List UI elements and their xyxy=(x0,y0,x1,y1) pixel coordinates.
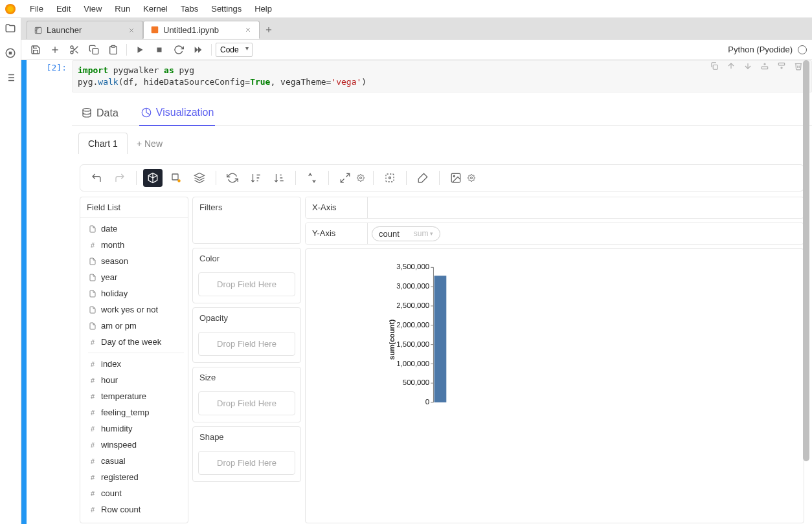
svg-point-19 xyxy=(71,51,73,54)
field-date[interactable]: date xyxy=(84,221,188,237)
menu-run[interactable]: Run xyxy=(108,1,137,16)
tab-label: Data xyxy=(96,107,118,119)
transpose-icon[interactable] xyxy=(302,169,322,187)
field-season[interactable]: season xyxy=(84,253,188,269)
sort-desc-icon[interactable] xyxy=(269,169,289,187)
menu-tabs[interactable]: Tabs xyxy=(174,1,205,16)
move-down-icon[interactable] xyxy=(743,61,753,71)
save-icon[interactable] xyxy=(27,42,45,58)
menu-settings[interactable]: Settings xyxy=(205,1,248,16)
menu-edit[interactable]: Edit xyxy=(50,1,77,16)
pill-aggregation[interactable]: sum xyxy=(414,229,434,238)
notebook-body[interactable]: [2]: import pygwalker as pyg xyxy=(21,60,812,524)
cell-output: Data Visualization Chart xyxy=(72,98,812,524)
field-registered[interactable]: #registered xyxy=(84,469,188,485)
field-work[interactable]: work yes or not xyxy=(84,301,188,318)
shape-drop[interactable]: Drop Field Here xyxy=(198,451,295,475)
y-axis-pill[interactable]: count sum xyxy=(372,226,440,241)
field-humidity[interactable]: #humidity xyxy=(84,420,188,437)
coord-icon[interactable] xyxy=(380,169,400,187)
running-icon[interactable] xyxy=(4,47,17,60)
scrollbar[interactable] xyxy=(802,60,811,524)
tab-label: Untitled1.ipynb xyxy=(163,25,219,35)
file-icon xyxy=(88,305,97,314)
aggregate-icon[interactable] xyxy=(143,169,163,187)
filters-drop[interactable] xyxy=(198,217,295,237)
gear-icon[interactable] xyxy=(466,169,477,187)
export-icon[interactable] xyxy=(446,169,466,187)
activity-bar xyxy=(0,18,21,524)
chart-tab-add[interactable]: + New xyxy=(137,138,163,149)
chart-tab-1[interactable]: Chart 1 xyxy=(78,133,128,154)
color-drop[interactable]: Drop Field Here xyxy=(198,272,295,296)
field-holiday[interactable]: holiday xyxy=(84,285,188,301)
code-editor[interactable]: import pygwalker as pyg pyg.walk(df, hid… xyxy=(72,60,812,93)
tab-add-button[interactable] xyxy=(260,21,278,39)
field-year[interactable]: year xyxy=(84,269,188,285)
svg-marker-28 xyxy=(198,47,201,52)
svg-point-50 xyxy=(471,177,473,179)
close-icon[interactable] xyxy=(243,25,253,34)
hash-icon: # xyxy=(88,424,97,433)
folder-icon[interactable] xyxy=(4,22,17,35)
menu-view[interactable]: View xyxy=(77,1,108,16)
tab-visualization[interactable]: Visualization xyxy=(139,103,216,126)
menu-kernel[interactable]: Kernel xyxy=(137,1,174,16)
field-winspeed[interactable]: #winspeed xyxy=(84,437,188,453)
gear-icon[interactable] xyxy=(355,169,367,187)
cell-collapser[interactable] xyxy=(21,60,27,524)
restart-icon[interactable] xyxy=(170,42,188,58)
duplicate-icon[interactable] xyxy=(709,61,719,71)
fast-forward-icon[interactable] xyxy=(189,42,207,58)
tab-launcher[interactable]: Launcher xyxy=(27,21,143,39)
refresh-icon[interactable] xyxy=(223,169,242,187)
field-casual[interactable]: #casual xyxy=(84,453,188,469)
move-up-icon[interactable] xyxy=(726,61,736,71)
menu-help[interactable]: Help xyxy=(248,1,278,16)
cut-icon[interactable] xyxy=(65,42,84,58)
stack-icon[interactable] xyxy=(190,169,209,187)
field-month[interactable]: #month xyxy=(84,237,188,253)
color-header: Color xyxy=(193,248,300,268)
opacity-drop[interactable]: Drop Field Here xyxy=(198,332,295,356)
copy-icon[interactable] xyxy=(85,42,103,58)
file-icon xyxy=(88,257,97,266)
config-icon[interactable] xyxy=(413,169,433,187)
field-feeling-temp[interactable]: #feeling_temp xyxy=(84,404,188,420)
menu-file[interactable]: File xyxy=(23,1,50,16)
cell-prompt: [2]: xyxy=(27,60,72,524)
field-temperature[interactable]: #temperature xyxy=(84,388,188,404)
stop-icon[interactable] xyxy=(150,42,168,58)
file-icon xyxy=(88,289,97,298)
sort-asc-icon[interactable] xyxy=(246,169,265,187)
redo-icon[interactable] xyxy=(110,169,130,187)
cell-type-select[interactable]: Code xyxy=(216,43,253,57)
add-cell-icon[interactable] xyxy=(46,42,64,58)
close-icon[interactable] xyxy=(127,26,136,35)
field-index[interactable]: #index xyxy=(84,356,188,372)
field-dayofweek[interactable]: #Day of the week xyxy=(84,334,188,350)
tab-data[interactable]: Data xyxy=(80,103,120,126)
field-hour[interactable]: #hour xyxy=(84,372,188,388)
size-drop[interactable]: Drop Field Here xyxy=(198,391,295,415)
pygwalker-tabs: Data Visualization xyxy=(72,98,812,126)
undo-icon[interactable] xyxy=(87,169,106,187)
x-axis-drop[interactable] xyxy=(368,197,804,218)
field-rowcount[interactable]: #Row count xyxy=(84,501,188,518)
paste-icon[interactable] xyxy=(104,42,122,58)
run-icon[interactable] xyxy=(131,42,149,58)
insert-above-icon[interactable] xyxy=(760,61,770,71)
mark-icon[interactable] xyxy=(166,169,186,187)
resize-icon[interactable] xyxy=(335,169,355,187)
y-axis-drop[interactable]: count sum xyxy=(368,223,804,244)
hash-icon: # xyxy=(88,360,97,369)
size-header: Size xyxy=(193,367,300,388)
field-count[interactable]: #count xyxy=(84,485,188,501)
kernel-status-icon[interactable] xyxy=(798,45,807,54)
toc-icon[interactable] xyxy=(4,71,17,84)
field-ampm[interactable]: am or pm xyxy=(84,318,188,334)
code-cell[interactable]: [2]: import pygwalker as pyg xyxy=(21,60,812,524)
insert-below-icon[interactable] xyxy=(776,61,787,71)
kernel-name[interactable]: Python (Pyodide) xyxy=(728,45,793,54)
tab-notebook[interactable]: Untitled1.ipynb xyxy=(143,21,260,39)
